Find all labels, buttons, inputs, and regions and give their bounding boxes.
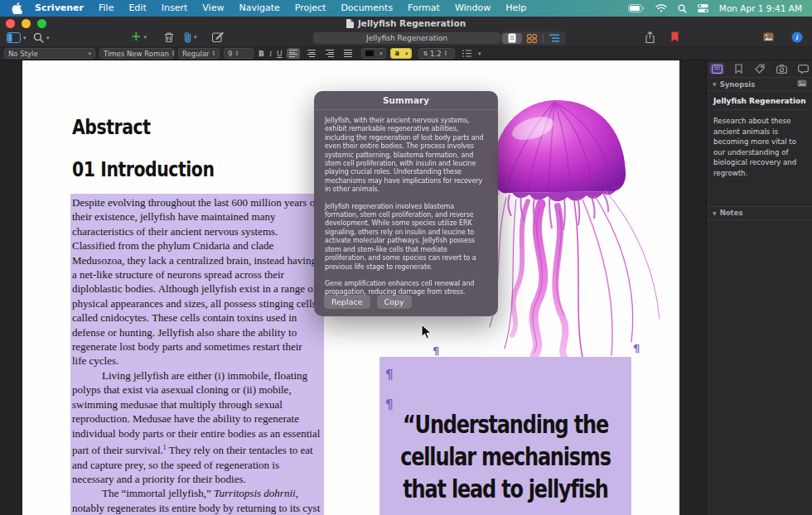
pilcrow-mark: ¶ [633,342,640,354]
view-mode-document-button[interactable] [502,33,522,44]
menu-navigate[interactable]: Navigate [231,0,287,17]
menu-clock[interactable]: Mon Apr 1 9:41 AM [719,3,802,13]
document-body-text[interactable]: Despite evolving throughout the last 600… [70,194,324,515]
window-controls [6,19,46,28]
compose-icon[interactable] [212,31,224,42]
replace-button[interactable]: Replace [324,295,370,309]
list-format-dropdown[interactable]: ▾ [459,49,484,58]
menu-bar: Scrivener File Edit Insert View Navigate… [0,0,812,17]
menu-window[interactable]: Window [447,0,498,17]
menu-format[interactable]: Format [400,0,447,17]
highlight-color-well[interactable]: a▾ [390,48,412,59]
copy-button[interactable]: Copy [377,295,412,309]
font-weight-dropdown[interactable]: Regular▲▼ [178,48,220,59]
view-mode-segmented-control [500,31,566,45]
menu-items: Scrivener File Edit Insert View Navigate… [0,0,534,17]
view-mode-outline-button[interactable] [544,33,564,44]
heading-introduction: 01 Introduction [72,158,215,181]
menu-file[interactable]: File [91,0,121,17]
menu-view[interactable]: View [195,0,231,17]
wifi-icon[interactable] [655,4,667,12]
control-center-icon[interactable] [698,4,708,12]
menu-scrivener[interactable]: Scrivener [27,0,91,17]
inspector-info-icon[interactable]: i [791,31,803,43]
spotlight-search-icon[interactable] [678,4,687,13]
close-window-button[interactable] [6,19,15,28]
summary-paragraph: Jellyfish, with their ancient nervous sy… [325,117,487,195]
line-spacing-value: 1.2 [430,50,442,58]
zoom-window-button[interactable] [37,19,46,28]
italic-button[interactable]: I [269,50,272,58]
synopsis-editor[interactable]: Jellyfish Regeneration Research about th… [707,91,812,185]
pull-quote-block[interactable]: ¶ ¶ “Understanding thecellular mechanism… [379,357,631,515]
heading-abstract: Abstract [72,116,151,139]
document-title-field[interactable]: Jellyfish Regeneration [313,32,500,44]
menu-edit[interactable]: Edit [121,0,153,17]
weight-value: Regular [182,50,210,58]
synopsis-section-header[interactable]: ▼ Synopsis [707,77,812,91]
menu-project[interactable]: Project [288,0,334,17]
summary-popup-title: Summary [314,91,498,110]
chevron-down-icon[interactable]: ▾ [46,35,50,41]
line-spacing-stepper[interactable]: ⇅ 1.2▲▼ [418,48,455,59]
chevron-down-icon[interactable]: ▾ [23,35,27,41]
inspector-tabs [707,60,812,77]
screen: Scrivener File Edit Insert View Navigate… [0,0,812,515]
pilcrow-mark: ¶ [433,344,439,357]
menu-documents[interactable]: Documents [333,0,400,17]
paragraph: Living jellyfish are either (i) immobile… [72,368,322,487]
tab-metadata[interactable] [752,63,767,75]
chevron-down-icon[interactable]: ▾ [194,34,197,41]
format-bar: No Style▾ Times New Roman▲▼ Regular▲▼ 9▲… [0,47,812,60]
add-item-button[interactable]: + [131,31,142,43]
synopsis-text: Research about these ancient animals is … [713,116,806,179]
notes-section-header[interactable]: ▼ Notes [707,206,812,220]
tab-comments[interactable] [795,63,810,75]
search-icon[interactable] [33,32,44,43]
text-color-well[interactable]: ▾ [361,48,386,59]
window-title-bar: Jellyfish Regeneration [0,17,812,30]
bold-button[interactable]: B [259,50,264,58]
notes-editor[interactable] [707,220,812,469]
tab-snapshots[interactable] [774,63,789,75]
tab-bookmarks[interactable] [731,63,746,75]
minimize-window-button[interactable] [22,19,31,28]
media-icon[interactable] [763,32,774,41]
notes-header-label: Notes [720,209,743,217]
align-right-button[interactable] [323,48,336,59]
size-value: 9 [228,50,232,58]
window-title-text: Jellyfish Regeneration [358,18,466,28]
style-dropdown[interactable]: No Style▾ [4,48,95,59]
summary-popup: Summary Jellyfish, with their ancient ne… [314,91,498,316]
highlight-letter: a [394,50,399,57]
font-value: Times New Roman [104,50,169,58]
view-mode-corkboard-button[interactable] [522,33,542,44]
font-size-stepper[interactable]: 9▲▼ [224,48,254,59]
apple-menu-icon[interactable] [12,2,22,14]
align-center-button[interactable] [305,48,318,59]
mouse-cursor [421,324,432,339]
chevron-down-icon[interactable]: ▾ [144,34,147,41]
align-justify-button[interactable] [341,48,355,59]
binder-sidebar-toggle-icon[interactable] [7,32,21,43]
bookmark-icon[interactable] [671,31,679,42]
font-dropdown[interactable]: Times New Roman▲▼ [99,48,174,59]
attachment-paperclip-icon[interactable] [184,31,191,43]
menu-insert[interactable]: Insert [154,0,196,17]
paragraph: Despite evolving throughout the last 600… [72,195,322,368]
window-title: Jellyfish Regeneration [346,18,466,28]
synopsis-title: Jellyfish Regeneration [713,97,806,110]
paragraph: The “immortal jellyfish,” Turritopsis do… [72,486,322,515]
document-icon [346,19,354,28]
share-icon[interactable] [645,31,655,43]
style-value: No Style [8,50,38,58]
battery-icon[interactable] [628,4,645,12]
trash-icon[interactable] [164,31,174,43]
align-left-button[interactable] [287,48,300,59]
synopsis-image-icon[interactable] [797,79,807,87]
menu-help[interactable]: Help [498,0,534,17]
underline-button[interactable]: U [277,50,283,58]
pull-quote-text: “Understanding thecellular mechanismstha… [379,408,631,505]
inspector-panel: ▼ Synopsis Jellyfish Regeneration Resear… [706,60,812,515]
tab-synopsis-notes[interactable] [709,63,724,75]
